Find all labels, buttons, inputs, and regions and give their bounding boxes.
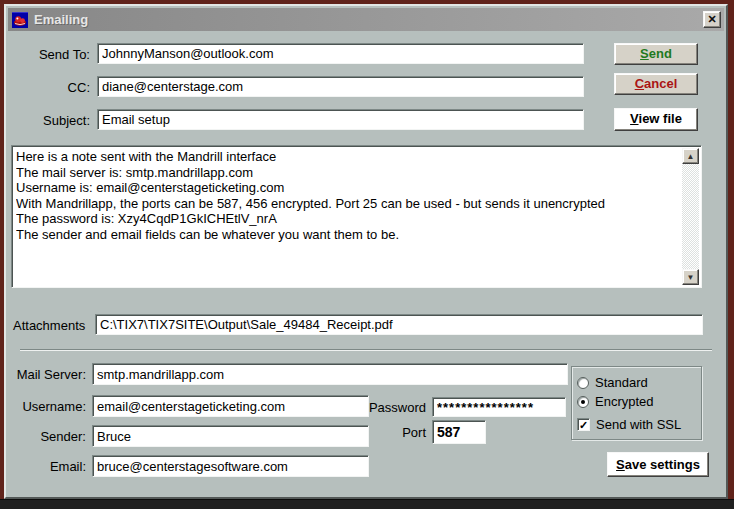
radio-encrypted[interactable]: Encrypted <box>577 394 654 409</box>
background-strip <box>0 499 734 509</box>
send-to-label: Send To: <box>14 47 90 62</box>
checkbox-ssl-icon[interactable]: ✓ <box>577 418 590 431</box>
checkbox-ssl-label: Send with SSL <box>596 417 681 432</box>
email-label: Email: <box>6 459 86 474</box>
attachments-label: Attachments <box>13 318 89 333</box>
checkbox-ssl[interactable]: ✓ Send with SSL <box>577 417 681 432</box>
email-input[interactable] <box>92 455 369 477</box>
note-scrollbar[interactable]: ▲ ▼ <box>682 148 699 285</box>
sender-label: Sender: <box>6 429 86 444</box>
close-icon[interactable]: ✕ <box>703 11 721 28</box>
cc-input[interactable] <box>97 76 584 97</box>
note-text: Here is a note sent with the Mandrill in… <box>16 149 679 285</box>
username-label: Username: <box>6 399 86 414</box>
scroll-down-icon[interactable]: ▼ <box>682 269 699 285</box>
password-input[interactable] <box>432 397 566 417</box>
send-to-input[interactable] <box>97 43 584 64</box>
emailing-dialog: Emailing ✕ Send To: CC: Subject: Send Ca… <box>4 4 728 499</box>
port-input[interactable] <box>432 420 486 444</box>
cc-label: CC: <box>14 80 90 95</box>
save-settings-button[interactable]: Save settings <box>607 452 709 477</box>
mail-server-input[interactable] <box>92 363 568 385</box>
scroll-up-icon[interactable]: ▲ <box>682 148 699 164</box>
subject-label: Subject: <box>14 113 90 128</box>
title-bar: Emailing ✕ <box>8 8 724 31</box>
view-file-button[interactable]: View file <box>614 108 698 131</box>
radio-standard-label: Standard <box>595 375 648 390</box>
separator <box>20 349 712 351</box>
attachments-input[interactable] <box>95 314 703 335</box>
send-button[interactable]: Send <box>614 43 698 65</box>
radio-encrypted-label: Encrypted <box>595 394 654 409</box>
note-textarea[interactable]: Here is a note sent with the Mandrill in… <box>11 145 702 288</box>
radio-standard-icon[interactable] <box>577 377 589 389</box>
mail-server-label: Mail Server: <box>6 367 86 382</box>
sender-input[interactable] <box>92 425 369 447</box>
subject-input[interactable] <box>97 109 584 130</box>
radio-encrypted-icon[interactable] <box>577 396 589 408</box>
password-label: Password <box>366 400 426 415</box>
window-title: Emailing <box>34 12 88 27</box>
app-icon <box>12 12 28 28</box>
radio-standard[interactable]: Standard <box>577 375 648 390</box>
username-input[interactable] <box>92 395 369 417</box>
port-label: Port <box>374 425 426 440</box>
encryption-groupbox: Standard Encrypted ✓ Send with SSL <box>571 366 702 440</box>
cancel-button[interactable]: Cancel <box>614 73 698 95</box>
